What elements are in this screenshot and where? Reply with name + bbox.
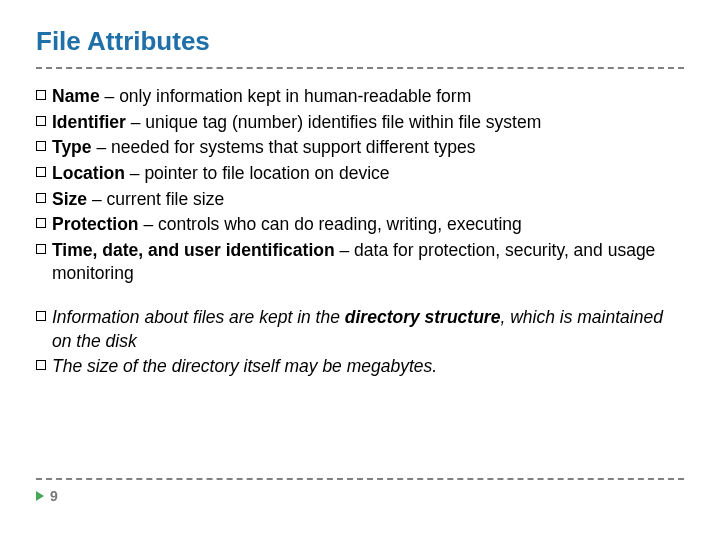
term: Protection <box>52 214 139 234</box>
term: Name <box>52 86 100 106</box>
list-item: The size of the directory itself may be … <box>36 355 684 379</box>
checkbox-icon <box>36 218 46 228</box>
desc: – controls who can do reading, writing, … <box>139 214 522 234</box>
note-pre: Information about files are kept in the <box>52 307 345 327</box>
term: Size <box>52 189 87 209</box>
desc: – unique tag (number) identifies file wi… <box>126 112 541 132</box>
desc: – needed for systems that support differ… <box>92 137 476 157</box>
list-item: Size – current file size <box>36 188 684 212</box>
item-text: Name – only information kept in human-re… <box>52 85 684 109</box>
item-text: Protection – controls who can do reading… <box>52 213 684 237</box>
checkbox-icon <box>36 167 46 177</box>
desc: – current file size <box>87 189 224 209</box>
divider-bottom <box>36 478 684 480</box>
checkbox-icon <box>36 244 46 254</box>
triangle-icon <box>36 491 44 501</box>
desc: – only information kept in human-readabl… <box>100 86 472 106</box>
item-text: Time, date, and user identification – da… <box>52 239 684 286</box>
item-text: The size of the directory itself may be … <box>52 355 684 379</box>
list-item: Identifier – unique tag (number) identif… <box>36 111 684 135</box>
checkbox-icon <box>36 116 46 126</box>
checkbox-icon <box>36 141 46 151</box>
list-item: Name – only information kept in human-re… <box>36 85 684 109</box>
checkbox-icon <box>36 193 46 203</box>
attribute-list: Name – only information kept in human-re… <box>36 85 684 379</box>
checkbox-icon <box>36 360 46 370</box>
list-item: Location – pointer to file location on d… <box>36 162 684 186</box>
term: Identifier <box>52 112 126 132</box>
checkbox-icon <box>36 311 46 321</box>
item-text: Location – pointer to file location on d… <box>52 162 684 186</box>
item-text: Size – current file size <box>52 188 684 212</box>
slide: File Attributes Name – only information … <box>0 0 720 540</box>
term: Type <box>52 137 92 157</box>
divider-top <box>36 67 684 69</box>
list-item: Time, date, and user identification – da… <box>36 239 684 286</box>
note-bold: directory structure <box>345 307 501 327</box>
item-text: Information about files are kept in the … <box>52 306 684 353</box>
item-text: Type – needed for systems that support d… <box>52 136 684 160</box>
page-indicator: 9 <box>36 488 684 504</box>
item-text: Identifier – unique tag (number) identif… <box>52 111 684 135</box>
checkbox-icon <box>36 90 46 100</box>
list-item: Type – needed for systems that support d… <box>36 136 684 160</box>
list-item: Protection – controls who can do reading… <box>36 213 684 237</box>
page-number: 9 <box>50 488 58 504</box>
term: Location <box>52 163 125 183</box>
spacer <box>36 288 684 306</box>
footer: 9 <box>36 478 684 504</box>
list-item: Information about files are kept in the … <box>36 306 684 353</box>
page-title: File Attributes <box>36 26 684 57</box>
term: Time, date, and user identification <box>52 240 335 260</box>
desc: – pointer to file location on device <box>125 163 390 183</box>
